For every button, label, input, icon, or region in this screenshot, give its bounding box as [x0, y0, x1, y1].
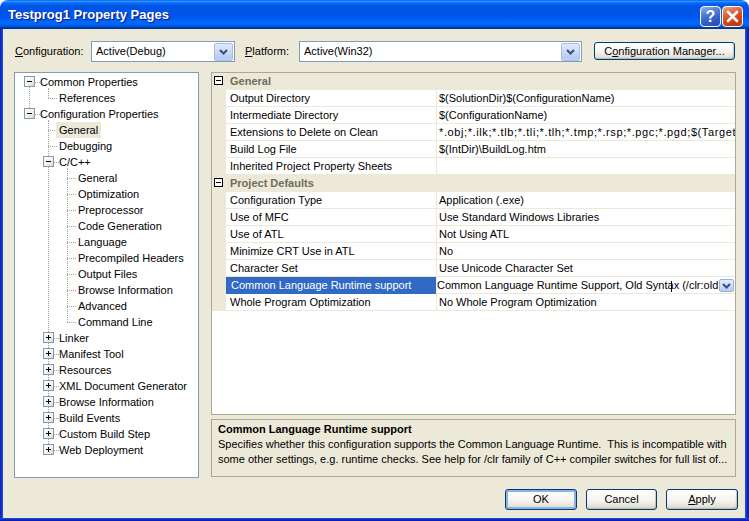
svg-text:?: ? [706, 8, 716, 25]
